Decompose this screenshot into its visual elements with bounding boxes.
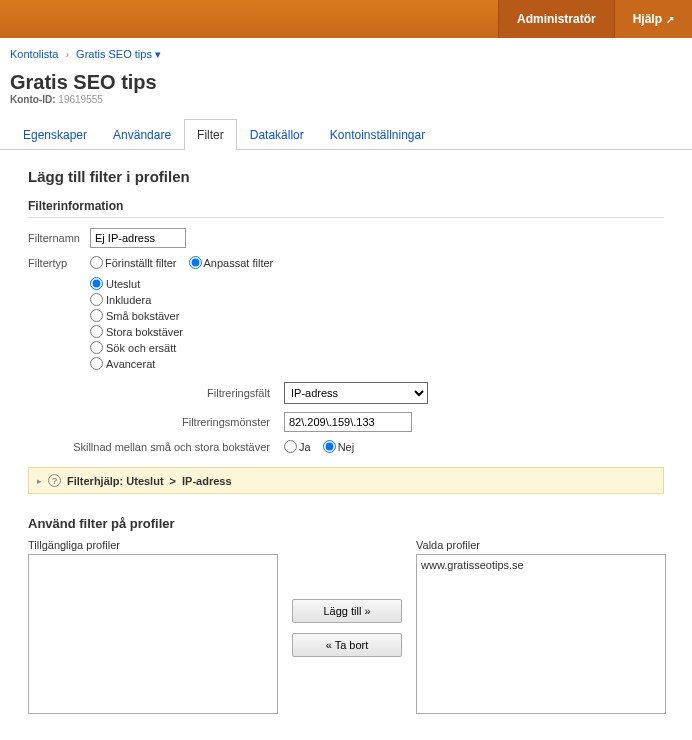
tab-egenskaper[interactable]: Egenskaper: [10, 119, 100, 150]
breadcrumb: Kontolista › Gratis SEO tips ▾: [0, 38, 692, 67]
account-id: Konto-ID: 19619555: [0, 94, 692, 119]
selected-label: Valda profiler: [416, 539, 666, 551]
external-link-icon: ↗: [666, 14, 674, 25]
filter-type-custom-label: Anpassat filter: [204, 257, 274, 269]
case-label: Skillnad mellan små och stora bokstäver: [28, 441, 278, 453]
filter-field-select[interactable]: IP-adress: [284, 382, 428, 404]
mode-sok-label: Sök och ersätt: [106, 342, 176, 354]
filter-name-label: Filternamn: [28, 232, 84, 244]
tab-kontoinstallningar[interactable]: Kontoinställningar: [317, 119, 438, 150]
mode-avancerat-label: Avancerat: [106, 358, 155, 370]
available-list[interactable]: [28, 554, 278, 714]
list-item[interactable]: www.gratisseotips.se: [421, 559, 661, 571]
tab-anvandare[interactable]: Användare: [100, 119, 184, 150]
filter-type-preset-radio[interactable]: [90, 256, 103, 269]
available-label: Tillgängliga profiler: [28, 539, 278, 551]
help-text-sep: >: [170, 475, 176, 487]
mode-sok-radio[interactable]: [90, 341, 103, 354]
help-button[interactable]: Hjälp↗: [614, 0, 692, 38]
apply-heading: Använd filter på profiler: [28, 516, 664, 531]
help-icon: ?: [48, 474, 61, 487]
case-no-radio[interactable]: [323, 440, 336, 453]
selected-list[interactable]: www.gratisseotips.se: [416, 554, 666, 714]
section-heading: Lägg till filter i profilen: [28, 168, 664, 185]
mode-uteslut-label: Uteslut: [106, 278, 140, 290]
mode-stora-label: Stora bokstäver: [106, 326, 183, 338]
filter-type-preset-label: Förinställt filter: [105, 257, 177, 269]
filter-mode-list: Uteslut Inkludera Små bokstäver Stora bo…: [90, 277, 664, 370]
help-text-prefix: Filterhjälp: Uteslut: [67, 475, 164, 487]
admin-label: Administratör: [517, 12, 596, 26]
page-title: Gratis SEO tips: [0, 67, 692, 94]
mode-sma-radio[interactable]: [90, 309, 103, 322]
filter-type-label: Filtertyp: [28, 257, 84, 269]
tabs: Egenskaper Användare Filter Datakällor K…: [0, 119, 692, 150]
filter-help-box[interactable]: ▸ ? Filterhjälp: Uteslut > IP-adress: [28, 467, 664, 494]
filter-name-input[interactable]: [90, 228, 186, 248]
chevron-down-icon: ▾: [155, 48, 161, 60]
tab-filter[interactable]: Filter: [184, 119, 237, 150]
mode-uteslut-radio[interactable]: [90, 277, 103, 290]
filterinfo-heading: Filterinformation: [28, 199, 664, 218]
breadcrumb-sep: ›: [65, 48, 69, 60]
mode-sma-label: Små bokstäver: [106, 310, 179, 322]
mode-inkludera-label: Inkludera: [106, 294, 151, 306]
case-yes-radio[interactable]: [284, 440, 297, 453]
filter-pattern-label: Filtreringsmönster: [28, 416, 278, 428]
mode-stora-radio[interactable]: [90, 325, 103, 338]
help-text-suffix: IP-adress: [182, 475, 232, 487]
add-button[interactable]: Lägg till »: [292, 599, 402, 623]
mode-inkludera-radio[interactable]: [90, 293, 103, 306]
filter-pattern-input[interactable]: [284, 412, 412, 432]
filter-field-label: Filtreringsfält: [28, 387, 278, 399]
breadcrumb-account-link[interactable]: Kontolista: [10, 48, 58, 60]
admin-button[interactable]: Administratör: [498, 0, 614, 38]
filter-type-custom-radio[interactable]: [189, 256, 202, 269]
remove-button[interactable]: « Ta bort: [292, 633, 402, 657]
breadcrumb-property-link[interactable]: Gratis SEO tips ▾: [76, 48, 161, 60]
expand-icon: ▸: [37, 476, 42, 486]
case-yes-label: Ja: [299, 441, 311, 453]
help-label: Hjälp: [633, 12, 662, 26]
tab-datakallor[interactable]: Datakällor: [237, 119, 317, 150]
mode-avancerat-radio[interactable]: [90, 357, 103, 370]
case-no-label: Nej: [338, 441, 355, 453]
